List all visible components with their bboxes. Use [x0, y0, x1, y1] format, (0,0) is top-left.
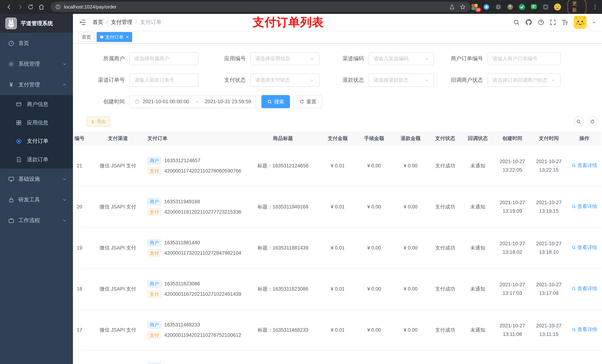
github-icon[interactable]: [525, 19, 532, 26]
cell-order: 商户1635311949168 支付4200001181202110277723…: [143, 187, 247, 228]
help-icon[interactable]: [538, 19, 544, 26]
chevron-down-icon: [62, 62, 67, 66]
search-icon[interactable]: [513, 19, 520, 26]
sidebar-menu: 首页 系统管理 ¥ 支付管理: [0, 33, 73, 231]
callback-status-select[interactable]: 请选择订单回调商户状态: [488, 74, 560, 87]
cell-action: 查看详情: [567, 228, 602, 269]
page-content: 所属商户 应用编号 请选择应用信息 渠道编码 请输入渠道编码: [73, 44, 602, 364]
sidebar-item-dev-tools[interactable]: 研发工具: [0, 189, 73, 210]
table-toolbar: 导出: [73, 116, 602, 126]
merchant-order-no-input[interactable]: [488, 52, 560, 65]
info-icon: [55, 4, 61, 10]
sidebar-item-infrastructure[interactable]: 基础设施: [0, 169, 73, 189]
merchant-input[interactable]: [129, 52, 198, 65]
sidebar-item-merchant-info[interactable]: 商户信息: [0, 95, 73, 114]
col-action: 操作: [567, 132, 602, 145]
sidebar-item-workflow[interactable]: 工作流程: [0, 210, 73, 231]
breadcrumb-current: 支付订单: [140, 19, 161, 26]
search-button[interactable]: 搜索: [261, 95, 290, 108]
cell-created: [494, 351, 531, 364]
date-end: 2021-10-31 23:59:59: [205, 99, 251, 104]
col-order: 支付订单: [143, 132, 247, 145]
extension-icon-green-check[interactable]: [518, 3, 526, 11]
app-title: 芋道管理系统: [21, 20, 53, 27]
view-details-link[interactable]: 查看详情: [571, 284, 597, 293]
breadcrumb-pay-manage[interactable]: 支付管理: [111, 19, 132, 26]
forward-button[interactable]: [15, 1, 25, 12]
refresh-table-button[interactable]: [587, 116, 597, 126]
update-button[interactable]: 更新: [568, 0, 586, 15]
view-details-link[interactable]: 查看详情: [571, 325, 597, 334]
extension-icon-puzzle[interactable]: [541, 3, 550, 11]
extension-icon-olive-circle[interactable]: [506, 3, 514, 11]
cell-paid: 2021-10-27 13:18:10: [531, 228, 567, 269]
sidebar: 芋道管理系统 首页 系统管理 ¥ 支付管理: [0, 14, 73, 364]
sidebar-item-home[interactable]: 首页: [0, 33, 73, 54]
merchant-order-no: 1635311949168: [164, 198, 200, 206]
chevron-down-icon[interactable]: [592, 20, 596, 25]
sidebar-item-system[interactable]: 系统管理: [0, 54, 73, 74]
sidebar-item-pay-order[interactable]: 支付订单: [0, 132, 73, 150]
share-icon[interactable]: [449, 4, 455, 10]
orders-table: 编号 支付渠道 支付订单 商品标题 支付金额 手续金额 退款金额 支付状态 回调…: [73, 132, 602, 364]
col-channel: 支付渠道: [93, 132, 143, 145]
sidebar-item-payment[interactable]: ¥ 支付管理: [0, 74, 73, 95]
view-details-link[interactable]: 查看详情: [571, 161, 597, 170]
tag-home[interactable]: 首页: [78, 32, 94, 42]
cell-paid: 2021-10-27 13:17:08: [531, 269, 567, 310]
cell-id: 17: [73, 310, 93, 351]
view-details-link[interactable]: 查看详情: [571, 243, 597, 252]
toggle-search-button[interactable]: [574, 116, 584, 126]
breadcrumb-home[interactable]: 首页: [93, 19, 103, 26]
navbar-actions: [513, 16, 596, 29]
pay-tag: 支付: [147, 332, 161, 339]
filter-label: 回调商户状态: [437, 76, 488, 84]
col-created: 创建时间: [494, 132, 531, 145]
fullscreen-icon[interactable]: [549, 19, 556, 26]
sidebar-item-refund-order[interactable]: 退款订单: [0, 150, 73, 169]
date-range-picker[interactable]: 2021-10-01 00:00:00 - 2021-10-31 23:59:5…: [129, 95, 256, 108]
cell-status: 支付成功: [429, 310, 462, 351]
cell-amount: [320, 351, 356, 364]
bookmark-star-icon[interactable]: [460, 4, 466, 10]
reset-button[interactable]: 重置: [294, 95, 322, 108]
app-no-select[interactable]: 请选择应用信息: [250, 52, 319, 65]
close-icon[interactable]: ×: [126, 35, 129, 40]
filter-merchant: 所属商户: [86, 52, 199, 65]
refresh-button[interactable]: [25, 1, 36, 12]
date-separator: -: [192, 99, 202, 104]
profile-avatar-icon[interactable]: [553, 3, 562, 11]
export-button[interactable]: 导出: [86, 116, 110, 126]
browser-menu-icon[interactable]: [592, 4, 598, 10]
hamburger-icon[interactable]: [79, 19, 86, 26]
extensions-area: 10 更新: [470, 0, 598, 15]
address-bar[interactable]: localhost:1024/pay/order: [51, 2, 470, 12]
extension-icon-drop[interactable]: [482, 3, 491, 11]
cell-paid: [531, 351, 567, 364]
sidebar-item-app-info[interactable]: 应用信息: [0, 114, 73, 132]
cell-order: 商户1635311881440 支付4200001173202110272847…: [143, 228, 247, 269]
view-details-link[interactable]: 查看详情: [571, 202, 597, 211]
extension-icon-colorful[interactable]: 10: [470, 3, 479, 11]
cell-channel: [93, 351, 143, 364]
channel-code-select[interactable]: 请输入渠道编码: [369, 52, 434, 65]
extension-icon-dark-circle[interactable]: [494, 3, 502, 11]
home-button[interactable]: [36, 1, 47, 12]
gear-icon: [8, 61, 14, 68]
refund-status-select[interactable]: 请选择退款状态: [369, 74, 434, 87]
cell-fee: ¥ 0.00: [356, 228, 392, 269]
chevron-down-icon: [62, 218, 67, 223]
cell-channel: 微信 JSAPI 支付: [93, 228, 143, 269]
tag-pay-order[interactable]: 支付订单 ×: [97, 32, 132, 42]
chevron-down-icon: [310, 56, 314, 61]
back-button[interactable]: [4, 1, 15, 12]
font-size-icon[interactable]: [561, 19, 569, 26]
filter-create-time: 创建时间 2021-10-01 00:00:00 - 2021-10-31 23…: [86, 95, 256, 108]
pay-order-no: 4200001173202110272847982104: [164, 249, 241, 258]
user-avatar[interactable]: [574, 16, 587, 29]
extension-icon-chat[interactable]: [530, 3, 538, 11]
cell-fee: ¥ 0.00: [356, 187, 392, 228]
pay-status-select[interactable]: 请选择支付状态: [250, 74, 319, 87]
channel-order-no-input[interactable]: [129, 74, 198, 87]
filter-label: 商户订单编号: [437, 55, 488, 62]
